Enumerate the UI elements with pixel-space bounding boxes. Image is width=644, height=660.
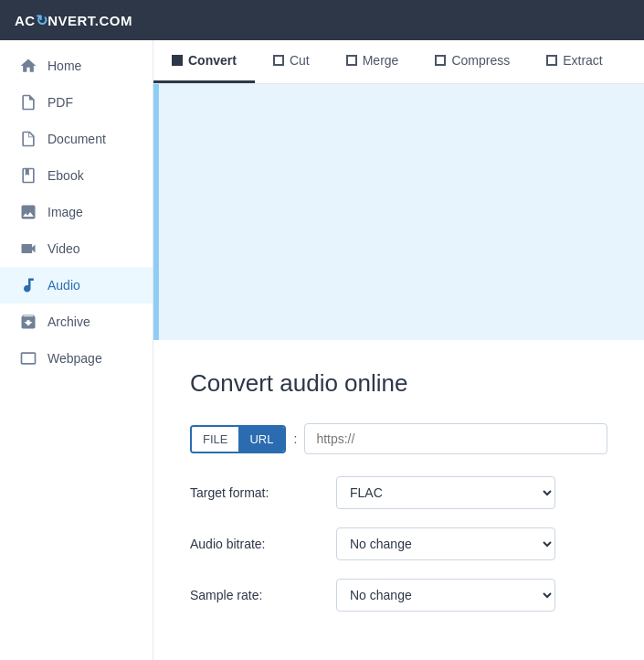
tab-cut[interactable]: Cut bbox=[255, 40, 328, 83]
sidebar-label-video: Video bbox=[48, 241, 80, 256]
app-layout: Home PDF Document Ebook Image bbox=[0, 40, 644, 660]
tab-extract-label: Extract bbox=[563, 53, 603, 68]
sample-rate-select[interactable]: No change 8000 Hz 11025 Hz 22050 Hz 4410… bbox=[336, 579, 555, 612]
sidebar-label-archive: Archive bbox=[48, 314, 90, 329]
sidebar-label-audio: Audio bbox=[48, 278, 80, 293]
file-url-row: FILE URL : bbox=[190, 423, 607, 454]
tab-merge-label: Merge bbox=[363, 53, 399, 68]
webpage-icon bbox=[18, 349, 38, 367]
page-title: Convert audio online bbox=[190, 369, 607, 398]
sidebar-item-image[interactable]: Image bbox=[0, 194, 153, 230]
sidebar-item-video[interactable]: Video bbox=[0, 230, 153, 267]
target-format-row: Target format: FLAC MP3 AAC OGG WAV WMA … bbox=[190, 476, 607, 509]
sidebar: Home PDF Document Ebook Image bbox=[0, 40, 153, 660]
document-icon bbox=[18, 130, 38, 148]
tabs-bar: Convert Cut Merge Compress Extract bbox=[153, 40, 644, 84]
header: AC↻NVERT.COM bbox=[0, 0, 644, 40]
sidebar-label-home: Home bbox=[48, 59, 81, 73]
tab-convert-label: Convert bbox=[188, 53, 237, 68]
ebook-icon bbox=[18, 166, 38, 185]
tab-convert-icon bbox=[172, 55, 183, 66]
target-format-label: Target format: bbox=[190, 485, 336, 500]
tab-merge[interactable]: Merge bbox=[328, 40, 417, 83]
sidebar-label-pdf: PDF bbox=[48, 95, 73, 110]
image-icon bbox=[18, 203, 38, 221]
url-button[interactable]: URL bbox=[238, 427, 284, 452]
sidebar-item-webpage[interactable]: Webpage bbox=[0, 340, 153, 377]
header-logo: AC↻NVERT.COM bbox=[15, 12, 132, 29]
tab-extract[interactable]: Extract bbox=[528, 40, 621, 83]
sidebar-label-webpage: Webpage bbox=[48, 351, 102, 366]
video-icon bbox=[18, 240, 38, 258]
sidebar-item-audio[interactable]: Audio bbox=[0, 267, 153, 303]
sample-rate-row: Sample rate: No change 8000 Hz 11025 Hz … bbox=[190, 579, 607, 612]
colon-separator: : bbox=[293, 431, 297, 446]
logo-suffix: NVERT.COM bbox=[48, 13, 132, 28]
tab-compress-label: Compress bbox=[451, 53, 510, 68]
tab-cut-label: Cut bbox=[290, 53, 310, 68]
audio-icon bbox=[18, 276, 38, 294]
tab-extract-icon bbox=[546, 55, 557, 66]
sidebar-item-archive[interactable]: Archive bbox=[0, 303, 153, 340]
sample-rate-label: Sample rate: bbox=[190, 588, 336, 602]
tab-merge-icon bbox=[346, 55, 357, 66]
pdf-icon bbox=[18, 93, 38, 112]
ad-banner bbox=[153, 84, 644, 340]
tab-compress[interactable]: Compress bbox=[417, 40, 528, 83]
url-input[interactable] bbox=[304, 423, 607, 454]
content-area: Convert audio online FILE URL : Target f… bbox=[153, 340, 644, 660]
file-button[interactable]: FILE bbox=[192, 427, 238, 452]
sidebar-label-image: Image bbox=[48, 205, 83, 219]
sidebar-label-document: Document bbox=[48, 132, 106, 146]
file-url-toggle: FILE URL bbox=[190, 425, 286, 453]
main-area: Convert Cut Merge Compress Extract C bbox=[153, 40, 644, 660]
tab-convert[interactable]: Convert bbox=[153, 40, 255, 83]
archive-icon bbox=[18, 313, 38, 331]
audio-bitrate-label: Audio bitrate: bbox=[190, 537, 336, 551]
tab-cut-icon bbox=[273, 55, 284, 66]
sidebar-item-home[interactable]: Home bbox=[0, 48, 153, 84]
sidebar-label-ebook: Ebook bbox=[48, 168, 84, 183]
sidebar-item-document[interactable]: Document bbox=[0, 121, 153, 157]
audio-bitrate-select[interactable]: No change 64 kbps 128 kbps 192 kbps 256 … bbox=[336, 527, 555, 560]
home-icon bbox=[18, 57, 38, 75]
tab-compress-icon bbox=[435, 55, 446, 66]
sidebar-item-pdf[interactable]: PDF bbox=[0, 84, 153, 121]
target-format-select[interactable]: FLAC MP3 AAC OGG WAV WMA M4A OPUS bbox=[336, 476, 555, 509]
audio-bitrate-row: Audio bitrate: No change 64 kbps 128 kbp… bbox=[190, 527, 607, 560]
sidebar-item-ebook[interactable]: Ebook bbox=[0, 157, 153, 194]
logo-ac: AC bbox=[15, 13, 36, 28]
logo-arrow: ↻ bbox=[36, 13, 48, 28]
